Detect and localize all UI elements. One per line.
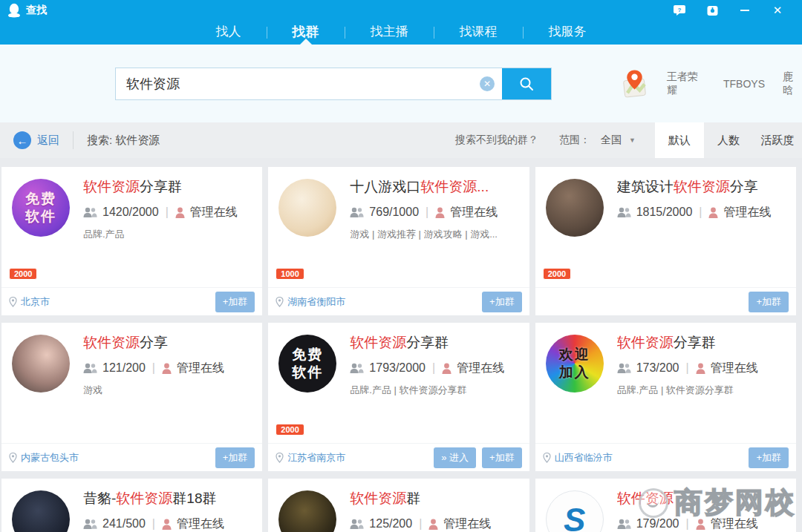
card-footer: 湖南省衡阳市 +加群 [268,287,529,315]
card-footer: 江苏省南京市 » 进入 +加群 [268,443,529,471]
group-card[interactable]: 昔貉-软件资源群18群 241/500 | 管理在线 [1,479,262,532]
feedback-icon[interactable]: ? [673,4,686,16]
magnifier-icon [518,76,535,92]
settings-icon[interactable] [705,4,719,16]
admin-online-label: 管理在线 [177,516,224,532]
members-icon [617,207,631,218]
admin-online-label: 管理在线 [457,361,504,376]
cant-find-group-link[interactable]: 搜索不到我的群？ [455,134,538,147]
join-group-button[interactable]: +加群 [749,447,789,468]
location-pin-icon [9,453,17,463]
admin-icon [442,363,451,374]
search-input[interactable] [116,68,502,99]
search-button[interactable] [502,68,551,99]
hot-word[interactable]: 王者荣耀 [667,70,705,97]
group-meta: 125/200 | 管理在线 [350,516,518,532]
admin-icon [175,207,185,218]
close-icon[interactable]: ✕ [771,4,784,16]
group-meta: 1815/2000 | 管理在线 [617,205,786,220]
group-card[interactable]: 软件资源分享 121/200 | 管理在线 游戏 [1,323,262,471]
primary-nav: 找人 找群 找主播 找课程 找服务 [0,21,802,45]
titlebar: 查找 ? ✕ [0,0,802,21]
join-group-button[interactable]: +加群 [482,447,522,468]
tab-find-service[interactable]: 找服务 [524,21,612,45]
svg-text:?: ? [678,7,682,13]
members-icon [617,363,631,374]
scope-label: 范围： [559,134,590,147]
group-title: 软件资源分享群 [617,335,786,352]
card-footer: 北京市 +加群 [1,287,262,315]
members-icon [617,519,631,530]
minimize-icon[interactable] [738,4,752,16]
group-title: 昔貉-软件资源群18群 [83,490,252,508]
sort-tab-default[interactable]: 默认 [655,122,704,158]
member-count: 173/200 [636,361,679,375]
group-card[interactable]: 免费软件 2000 软件资源分享群 1793/2000 | 管理在线 品牌.产品… [268,323,529,471]
members-icon [350,519,364,530]
location-pin-icon [276,453,284,463]
group-avatar [12,490,70,532]
join-group-button[interactable]: +加群 [215,447,255,468]
group-card[interactable]: 2000 建筑设计软件资源分享 1815/2000 | 管理在线 [535,167,796,315]
group-tags: 游戏 [83,384,252,397]
avatar-label: 欢迎加入 [558,346,592,381]
group-card[interactable]: 免费软件 2000 软件资源分享群 1420/2000 | 管理在线 品牌.产品 [1,167,262,315]
join-group-button[interactable]: +加群 [482,292,522,312]
card-footer: 山西省临汾市 +加群 [535,443,796,471]
member-count: 1420/2000 [102,206,159,219]
tab-find-people[interactable]: 找人 [191,21,267,45]
sort-tab-members[interactable]: 人数 [704,122,753,158]
members-icon [83,207,97,218]
group-title: 软件资源分享群 [83,179,252,196]
card-footer: +加群 [535,287,796,315]
group-avatar [546,179,604,237]
enter-group-button[interactable]: » 进入 [434,447,476,468]
group-meta: 121/200 | 管理在线 [83,361,252,376]
tab-find-group[interactable]: 找群 [267,21,345,45]
tab-find-course[interactable]: 找课程 [434,21,523,45]
group-card[interactable]: 欢迎加入 软件资源分享群 173/200 | 管理在线 品牌.产品 | 软件资源… [535,323,796,471]
group-avatar: 免费软件 [278,335,336,393]
group-meta: 173/200 | 管理在线 [617,361,786,376]
group-title: 建筑设计软件资源分享 [617,179,786,196]
location-pin-icon [543,453,551,463]
hot-word[interactable]: 鹿晗 [783,70,802,97]
admin-online-label: 管理在线 [190,205,238,220]
group-tags: 游戏 | 游戏推荐 | 游戏攻略 | 游戏... [350,228,518,241]
back-button[interactable]: ← 返回 [13,131,59,149]
group-avatar [12,335,70,393]
group-card[interactable]: 软件资源群 125/200 | 管理在线 [268,479,529,532]
group-location: 湖南省衡阳市 [276,295,345,309]
avatar-label: S [564,499,585,532]
group-title: 软件资源 [617,490,786,508]
hot-word[interactable]: TFBOYS [723,78,765,90]
group-card[interactable]: 1000 十八游戏口软件资源... 769/1000 | 管理在线 游戏 | 游… [268,167,529,315]
group-tags: 品牌.产品 | 软件资源分享群 [350,384,518,397]
search-description: 搜索: 软件资源 [87,134,160,148]
scope-dropdown[interactable]: 全国 ▼ [601,134,636,147]
tab-find-streamer[interactable]: 找主播 [345,21,434,45]
capacity-badge: 1000 [276,268,304,280]
join-group-button[interactable]: +加群 [215,292,255,312]
group-meta: 241/500 | 管理在线 [83,516,252,532]
map-pin-icon [620,68,649,100]
group-location: 北京市 [9,295,50,309]
member-count: 769/1000 [369,206,419,219]
group-meta: 769/1000 | 管理在线 [350,205,518,220]
admin-icon [708,207,718,218]
capacity-badge: 2000 [9,268,37,280]
avatar-label: 免费软件 [24,190,58,226]
toolbar-divider [73,131,74,149]
location-pin-icon [276,297,284,307]
group-title: 软件资源分享 [83,335,252,352]
member-count: 241/500 [102,517,146,531]
clear-search-icon[interactable]: ✕ [480,76,495,91]
sort-tab-activity[interactable]: 活跃度 [753,122,802,158]
group-card[interactable]: S 软件资源 179/200 | 管理在线 [535,479,796,532]
admin-icon [435,207,445,218]
join-group-button[interactable]: +加群 [749,292,789,312]
members-icon [83,363,97,374]
member-count: 1815/2000 [636,206,693,219]
group-title: 软件资源分享群 [350,335,518,352]
group-card-grid: 免费软件 2000 软件资源分享群 1420/2000 | 管理在线 品牌.产品 [0,158,802,532]
